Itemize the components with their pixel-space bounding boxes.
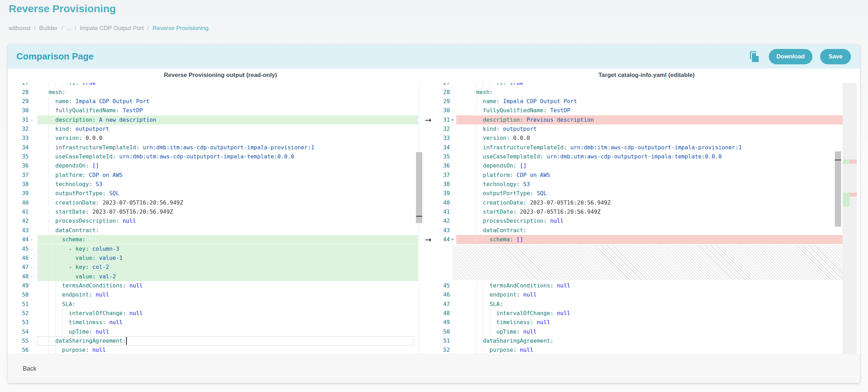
code-line[interactable]: 36 dependsOn: [] (8, 161, 423, 170)
download-button[interactable]: Download (769, 49, 812, 64)
code-text: fi: true (476, 83, 523, 88)
code-line[interactable]: 37 platform: CDP on AWS (439, 171, 843, 180)
code-text: SLA: (476, 300, 503, 309)
code-line[interactable]: 43 dataContract: (8, 226, 423, 235)
code-line[interactable]: 44+ schema: [] (439, 235, 843, 244)
code-line[interactable]: 51 SLA: (8, 300, 423, 309)
code-line[interactable]: 54 upTime: null (8, 327, 423, 336)
code-text: description: A new description (49, 115, 156, 124)
code-line[interactable]: 56 purpose: null (8, 345, 423, 354)
code-line[interactable]: 51 dataSharingAgreement: (439, 336, 843, 345)
pane-headers: Reverse Provisioning output (read-only) … (8, 69, 860, 83)
code-text: upTime: null (476, 327, 537, 336)
code-line[interactable]: 50 endpoint: null (8, 290, 423, 299)
breadcrumb: witboost/Builder/.../Impala CDP Output P… (9, 25, 209, 32)
code-line[interactable]: 42 processDescription: null (8, 216, 423, 226)
line-number: 29 (439, 97, 450, 106)
code-line[interactable]: 29 name: Impala CDP Output Port (8, 97, 423, 106)
line-number: 42 (439, 216, 450, 226)
code-line[interactable]: 34 infrastructureTemplateId: urn:dmb:itm… (439, 143, 843, 152)
code-text: fi: true (49, 83, 96, 88)
revert-change-arrow-icon[interactable]: → (425, 235, 431, 244)
line-number: 43 (8, 226, 29, 235)
back-button[interactable]: Back (23, 354, 36, 383)
code-text: infrastructureTemplateId: urn:dmb:itm:aw… (476, 143, 742, 152)
code-line[interactable]: 35 useCaseTemplateId: urn:dmb:utm:aws-cd… (439, 152, 843, 161)
right-editor-pane[interactable]: 27 fi: true28mesh:29 name: Impala CDP Ou… (439, 83, 843, 354)
code-line[interactable]: 38 technology: S3 (439, 180, 843, 189)
code-line[interactable]: 49 termsAndConditions: null (8, 281, 423, 290)
code-line[interactable]: 37 platform: CDP on AWS (8, 171, 423, 180)
code-line[interactable]: 47- - key: col-2 (8, 263, 423, 272)
copy-file-icon[interactable] (748, 50, 761, 63)
code-line[interactable]: 34 infrastructureTemplateId: urn:dmb:itm… (8, 143, 423, 152)
code-line[interactable]: 31+ description: Previous description (439, 115, 843, 124)
code-line[interactable]: 43 dataContract: (439, 226, 843, 235)
code-line[interactable]: 52 purpose: null (439, 345, 843, 354)
line-number: 46 (8, 254, 29, 263)
code-line[interactable]: 39 outputPortType: SQL (8, 189, 423, 198)
line-number: 34 (439, 143, 450, 152)
breadcrumb-item[interactable]: ... (66, 25, 71, 31)
breadcrumb-item[interactable]: witboost (9, 25, 30, 31)
text-cursor (126, 337, 127, 345)
line-number: 44 (8, 235, 29, 244)
code-line[interactable]: 30 fullyQualifiedName: TestDP (8, 106, 423, 115)
code-line[interactable]: 55 dataSharingAgreement: (8, 336, 423, 345)
code-line[interactable]: 48 intervalOfChange: null (439, 309, 843, 318)
code-line[interactable]: 27 fi: true (439, 83, 843, 88)
code-line[interactable]: 36 dependsOn: [] (439, 161, 843, 170)
line-number: 28 (439, 88, 450, 97)
scrollbar-marker (416, 216, 422, 217)
code-text: kind: outputport (476, 124, 537, 134)
code-line[interactable]: 49 timeliness: null (439, 318, 843, 327)
code-line[interactable]: 29 name: Impala CDP Output Port (439, 97, 843, 106)
code-line[interactable]: 33 version: 0.0.0 (8, 134, 423, 143)
code-text: timeliness: null (476, 318, 550, 327)
code-line[interactable]: 33 version: 0.0.0 (439, 134, 843, 143)
code-line[interactable]: 31- description: A new description (8, 115, 423, 124)
code-line[interactable]: 40 creationDate: 2023-07-05T16:20:56.949… (439, 198, 843, 207)
breadcrumb-separator: / (34, 25, 36, 31)
right-pane-header: Target catalog-info.yaml (editable) (433, 69, 860, 83)
code-line[interactable]: 41 startDate: 2023-07-05T16:20:56.949Z (8, 207, 423, 216)
line-added-sign: + (451, 115, 454, 124)
code-line[interactable]: 28mesh: (439, 88, 843, 97)
code-line[interactable]: 48- value: val-2 (8, 272, 423, 281)
code-line[interactable]: 39 outputPortType: SQL (439, 189, 843, 198)
code-text: value: val-2 (49, 272, 116, 281)
code-line[interactable]: 53 timeliness: null (8, 318, 423, 327)
breadcrumb-item[interactable]: Builder (39, 25, 58, 31)
code-line[interactable]: 52 intervalOfChange: null (8, 309, 423, 318)
code-line[interactable]: 47 SLA: (439, 300, 843, 309)
code-line[interactable]: 28mesh: (8, 88, 423, 97)
code-line[interactable]: 44- schema: (8, 235, 423, 244)
line-number: 51 (439, 336, 450, 345)
code-text: - key: column-3 (49, 244, 119, 254)
code-line[interactable]: 38 technology: S3 (8, 180, 423, 189)
code-line[interactable]: 45 termsAndConditions: null (439, 281, 843, 290)
code-line[interactable]: 50 upTime: null (439, 327, 843, 336)
code-line[interactable]: 41 startDate: 2023-07-05T16:20:56.949Z (439, 207, 843, 216)
code-line[interactable]: 35 useCaseTemplateId: urn:dmb:utm:aws-cd… (8, 152, 423, 161)
left-editor-pane[interactable]: 27 fi: true28mesh:29 name: Impala CDP Ou… (8, 83, 423, 354)
line-number: 47 (439, 300, 450, 309)
code-line[interactable]: 46 endpoint: null (439, 290, 843, 299)
code-line[interactable]: 45- - key: column-3 (8, 244, 423, 254)
breadcrumb-item[interactable]: Impala CDP Output Port (80, 25, 144, 31)
code-line[interactable]: 42 processDescription: null (439, 216, 843, 226)
right-vertical-scrollbar[interactable] (835, 151, 841, 227)
code-line[interactable]: 40 creationDate: 2023-07-05T16:20:56.949… (8, 198, 423, 207)
code-line[interactable]: 32 kind: outputport (439, 124, 843, 134)
line-number: 27 (8, 83, 29, 88)
left-vertical-scrollbar[interactable] (416, 152, 422, 223)
code-text: processDescription: null (49, 216, 136, 226)
save-button[interactable]: Save (820, 49, 851, 64)
code-line[interactable]: 46- value: value-1 (8, 254, 423, 263)
code-line[interactable]: 27 fi: true (8, 83, 423, 88)
line-number: 40 (439, 198, 450, 207)
code-line[interactable]: 30 fullyQualifiedName: TestDP (439, 106, 843, 115)
revert-change-arrow-icon[interactable]: → (425, 115, 431, 124)
code-line[interactable]: 32 kind: outputport (8, 124, 423, 134)
line-number: 32 (439, 124, 450, 134)
